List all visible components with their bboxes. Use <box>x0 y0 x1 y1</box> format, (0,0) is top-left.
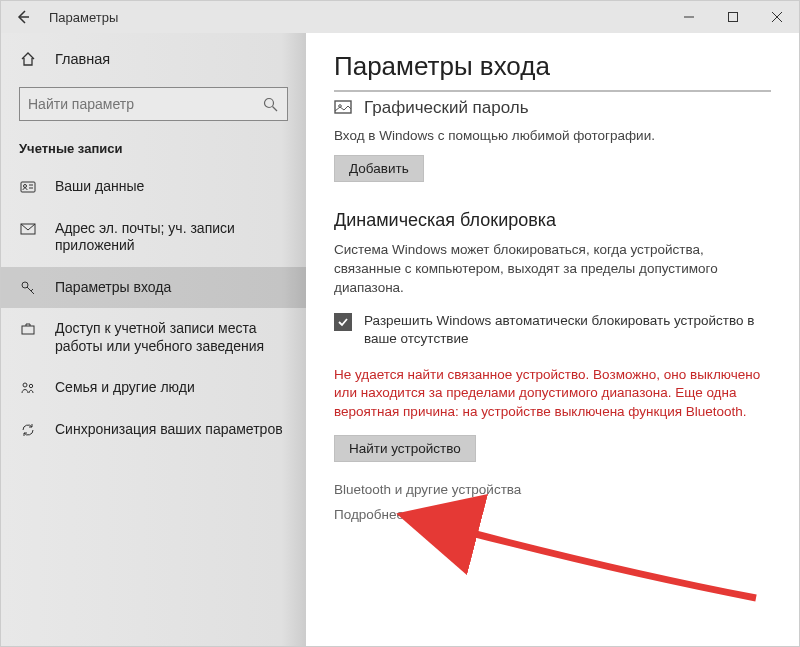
mail-icon <box>19 221 37 237</box>
learn-more-link[interactable]: Подробнее <box>334 507 771 522</box>
nav: Ваши данные Адрес эл. почты; уч. записи … <box>1 166 306 450</box>
svg-point-13 <box>23 383 27 387</box>
sidebar-item-work-account[interactable]: Доступ к учетной записи места работы или… <box>1 308 306 367</box>
svg-line-5 <box>272 106 277 111</box>
bluetooth-devices-link[interactable]: Bluetooth и другие устройства <box>334 482 771 497</box>
close-button[interactable] <box>755 1 799 33</box>
maximize-icon <box>728 12 738 22</box>
sidebar-item-signin-options[interactable]: Параметры входа <box>1 267 306 309</box>
search-icon <box>261 97 279 112</box>
close-icon <box>772 12 782 22</box>
sidebar-item-label: Синхронизация ваших параметров <box>55 421 283 439</box>
search-box[interactable] <box>19 87 288 121</box>
add-button[interactable]: Добавить <box>334 155 424 182</box>
picture-password-heading: Графический пароль <box>334 90 771 118</box>
sidebar-item-email[interactable]: Адрес эл. почты; уч. записи приложений <box>1 208 306 267</box>
home-button[interactable]: Главная <box>1 43 306 75</box>
section-title: Учетные записи <box>1 135 306 166</box>
sidebar-item-label: Ваши данные <box>55 178 144 196</box>
arrow-left-icon <box>15 9 31 25</box>
dynamic-lock-error: Не удается найти связанное устройство. В… <box>334 366 771 421</box>
heading-text: Графический пароль <box>364 98 529 118</box>
sidebar: Главная Учетные записи Ваши данные Адрес… <box>1 33 306 646</box>
minimize-button[interactable] <box>667 1 711 33</box>
sidebar-item-label: Доступ к учетной записи места работы или… <box>55 320 288 355</box>
maximize-button[interactable] <box>711 1 755 33</box>
svg-point-14 <box>29 384 32 387</box>
dynamic-lock-checkbox-row[interactable]: Разрешить Windows автоматически блокиров… <box>334 312 771 348</box>
svg-rect-6 <box>21 182 35 192</box>
sidebar-item-family[interactable]: Семья и другие люди <box>1 367 306 409</box>
picture-password-icon <box>334 99 354 117</box>
window-title: Параметры <box>45 10 118 25</box>
find-device-button[interactable]: Найти устройство <box>334 435 476 462</box>
people-icon <box>19 380 37 396</box>
sidebar-item-your-info[interactable]: Ваши данные <box>1 166 306 208</box>
home-icon <box>19 51 37 67</box>
checkbox-checked-icon[interactable] <box>334 313 352 331</box>
titlebar: Параметры <box>1 1 799 33</box>
dynamic-lock-desc: Система Windows может блокироваться, ког… <box>334 241 771 298</box>
page-title: Параметры входа <box>334 51 771 82</box>
dynamic-lock-heading: Динамическая блокировка <box>334 210 771 231</box>
svg-rect-12 <box>22 326 34 334</box>
svg-rect-1 <box>729 13 738 22</box>
person-badge-icon <box>19 179 37 195</box>
svg-point-7 <box>24 185 27 188</box>
sidebar-item-sync[interactable]: Синхронизация ваших параметров <box>1 409 306 451</box>
sidebar-item-label: Параметры входа <box>55 279 171 297</box>
annotation-arrow <box>446 513 766 613</box>
body: Главная Учетные записи Ваши данные Адрес… <box>1 33 799 646</box>
home-label: Главная <box>55 51 110 67</box>
minimize-icon <box>684 12 694 22</box>
briefcase-icon <box>19 321 37 337</box>
key-icon <box>19 280 37 296</box>
content: Параметры входа Графический пароль Вход … <box>306 33 799 646</box>
svg-point-4 <box>264 98 273 107</box>
checkbox-label: Разрешить Windows автоматически блокиров… <box>364 312 771 348</box>
sidebar-item-label: Семья и другие люди <box>55 379 195 397</box>
back-button[interactable] <box>1 1 45 33</box>
search-input[interactable] <box>28 96 261 112</box>
settings-window: Параметры Главная Учетные записи Ваши да… <box>0 0 800 647</box>
sidebar-item-label: Адрес эл. почты; уч. записи приложений <box>55 220 288 255</box>
sync-icon <box>19 422 37 438</box>
picture-password-desc: Вход в Windows с помощью любимой фотогра… <box>334 128 771 143</box>
